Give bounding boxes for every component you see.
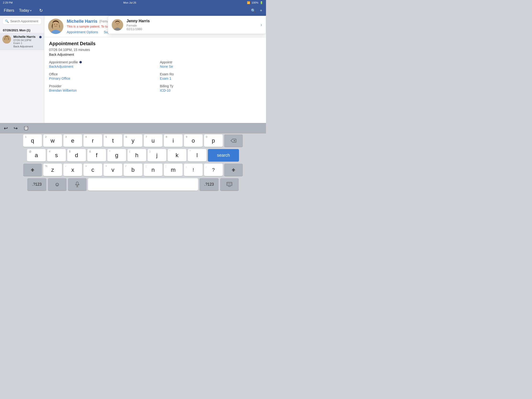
search-bar[interactable]: 🔍: [2, 18, 42, 25]
appt-type-field: Appointr None Se: [160, 60, 261, 68]
shift-left-key[interactable]: [23, 164, 42, 176]
office-field: Office Primary Office: [49, 72, 151, 80]
svg-point-13: [118, 23, 119, 24]
search-container: 🔍: [0, 16, 44, 26]
svg-point-3: [4, 40, 10, 44]
key-y[interactable]: 6y: [124, 134, 142, 147]
office-value[interactable]: Primary Office: [49, 76, 151, 80]
billing-label: Billing Ty: [160, 84, 261, 88]
keyboard-row-4: .?123 ☺ .?123: [1, 178, 265, 191]
section-title: Appointment Details: [49, 41, 261, 46]
result-arrow-icon: ›: [261, 23, 262, 27]
hide-keyboard-key[interactable]: [220, 178, 239, 191]
key-b[interactable]: /b: [124, 164, 142, 176]
provider-field: Provider Brendan Wilberton: [49, 84, 151, 92]
keyboard-row-2: @a #s $d &f *g (h )j 'k "l search: [1, 149, 265, 161]
key-a[interactable]: @a: [27, 149, 46, 161]
provider-label: Provider: [49, 84, 151, 88]
key-s[interactable]: #s: [47, 149, 66, 161]
status-indicators: 📶 100% 🔋: [247, 1, 263, 4]
key-e[interactable]: 3e: [63, 134, 82, 147]
key-q[interactable]: 1q: [23, 134, 42, 147]
numeric-toggle-right[interactable]: .?123: [200, 178, 219, 191]
provider-value[interactable]: Brendan Wilberton: [49, 89, 151, 92]
appt-type-value[interactable]: None Se: [160, 65, 261, 68]
key-p[interactable]: 0p: [204, 134, 223, 147]
result-gender: Female: [127, 24, 257, 27]
billing-value[interactable]: ICD-10: [160, 89, 261, 92]
appointment-type: Back Adjustment: [13, 45, 37, 48]
keyboard-row-1: 1q 2w 3e 4r 5t 6y 7u 8i 9o 0p: [1, 134, 265, 147]
battery-level: 100%: [252, 1, 258, 4]
profile-field: Appointment profile BackAdjustment: [49, 60, 151, 68]
space-key[interactable]: [88, 178, 198, 191]
key-exclaim[interactable]: ,!: [184, 164, 203, 176]
key-n[interactable]: ;n: [144, 164, 162, 176]
result-info: Jenny Harris Female 02/11/1980: [127, 19, 257, 31]
key-j[interactable]: )j: [148, 149, 166, 161]
redo-button[interactable]: ↪: [13, 124, 19, 132]
key-k[interactable]: 'k: [168, 149, 186, 161]
toolbar: Filters Today ▾ ↻ 🔍 +: [0, 5, 266, 16]
keyboard-area: ↩ ↪ 1q 2w 3e 4r 5t 6y 7u 8i 9o 0p: [0, 123, 266, 200]
key-t[interactable]: 5t: [104, 134, 122, 147]
profile-value[interactable]: BackAdjustment: [49, 65, 151, 68]
appointment-list-item[interactable]: Michelle Harris 07/26 04:10PM Exam 1 Bac…: [0, 33, 44, 50]
search-dropdown: Jenny Harris Female 02/11/1980 ›: [108, 16, 266, 34]
wifi-icon: 📶: [247, 1, 250, 4]
svg-rect-18: [76, 182, 78, 185]
appointment-patient-name: Michelle Harris: [13, 35, 37, 38]
delete-key[interactable]: [224, 134, 243, 147]
key-i[interactable]: 8i: [164, 134, 183, 147]
date-header: 07/26/2021 Mon (1): [0, 26, 44, 33]
undo-button[interactable]: ↩: [3, 124, 9, 132]
key-z[interactable]: %z: [43, 164, 62, 176]
key-u[interactable]: 7u: [144, 134, 162, 147]
key-h[interactable]: (h: [127, 149, 146, 161]
add-appointment-button[interactable]: +: [260, 8, 262, 13]
key-d[interactable]: $d: [67, 149, 86, 161]
refresh-icon[interactable]: ↻: [39, 8, 43, 13]
today-label: Today: [19, 8, 29, 13]
key-w[interactable]: 2w: [43, 134, 62, 147]
svg-rect-15: [25, 126, 27, 127]
key-f[interactable]: &f: [87, 149, 106, 161]
appointment-time: 07/26 04:10PM Exam 1: [13, 39, 37, 44]
numeric-toggle-left[interactable]: .?123: [27, 178, 46, 191]
key-x[interactable]: -x: [63, 164, 82, 176]
appointment-datetime: 07/26 04:10PM, 15 minutes: [49, 48, 261, 52]
key-g[interactable]: *g: [108, 149, 126, 161]
date-picker[interactable]: Today ▾: [19, 8, 32, 13]
svg-point-2: [5, 37, 8, 40]
shift-right-key[interactable]: [224, 164, 243, 176]
filters-button[interactable]: Filters: [4, 8, 14, 13]
svg-point-4: [6, 38, 6, 38]
microphone-key[interactable]: [68, 178, 87, 191]
key-l[interactable]: "l: [188, 149, 206, 161]
key-c[interactable]: +c: [83, 164, 102, 176]
status-time: 2:29 PM: [3, 1, 13, 4]
toolbar-left: Filters Today ▾ ↻: [4, 8, 43, 13]
key-o[interactable]: 9o: [184, 134, 203, 147]
key-m[interactable]: :m: [164, 164, 183, 176]
appt-type-label: Appointr: [160, 60, 261, 64]
search-key[interactable]: search: [208, 149, 239, 161]
key-question[interactable]: .?: [204, 164, 223, 176]
paste-button[interactable]: [22, 124, 30, 133]
billing-field: Billing Ty ICD-10: [160, 84, 261, 92]
key-v[interactable]: =v: [104, 164, 122, 176]
search-appointment-input[interactable]: [10, 19, 51, 23]
profile-dot: [79, 61, 82, 63]
search-icon[interactable]: 🔍: [251, 8, 256, 13]
exam-room-value[interactable]: Exam 1: [160, 76, 261, 80]
search-icon-small: 🔍: [5, 19, 9, 23]
chevron-down-icon: ▾: [30, 9, 32, 12]
svg-rect-21: [227, 182, 232, 186]
search-result-item[interactable]: Jenny Harris Female 02/11/1980 ›: [108, 16, 266, 34]
result-dob: 02/11/1980: [127, 27, 257, 31]
key-r[interactable]: 4r: [83, 134, 102, 147]
keyboard-row-3: %z -x +c =v /b ;n :m ,! .?: [1, 164, 265, 176]
appointment-options-button[interactable]: Appointment Options: [67, 30, 98, 34]
exam-room-label: Exam Ro: [160, 72, 261, 76]
emoji-key[interactable]: ☺: [48, 178, 66, 191]
